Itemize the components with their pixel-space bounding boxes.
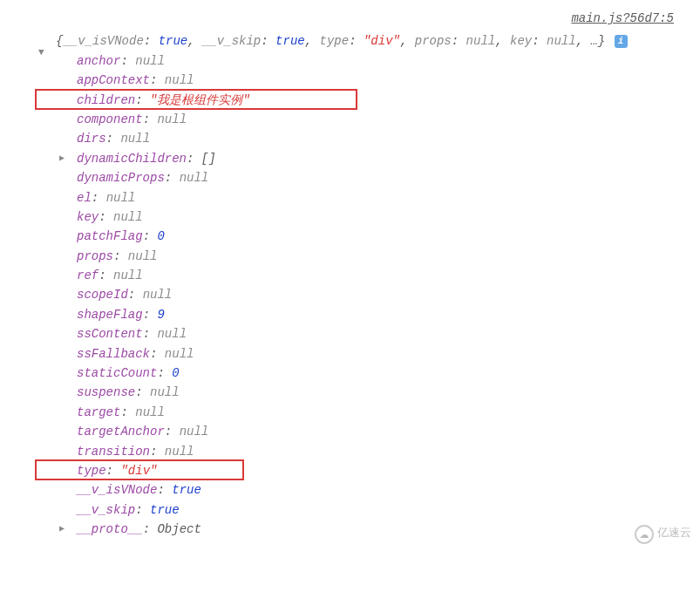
property-key: ref xyxy=(77,269,99,282)
property-colon: : xyxy=(120,54,135,68)
property-key: __proto__ xyxy=(77,522,143,536)
property-value: "我是根组件实例" xyxy=(150,93,250,107)
property-value: null xyxy=(165,73,194,87)
property-colon: : xyxy=(106,464,121,478)
property-row-ssFallback: ssFallback: null xyxy=(77,344,700,364)
property-colon: : xyxy=(106,132,121,146)
property-colon: : xyxy=(135,93,150,107)
property-key: anchor xyxy=(77,54,120,68)
property-row-scopeId: scopeId: null xyxy=(77,285,700,304)
property-colon: : xyxy=(99,210,113,224)
property-colon: : xyxy=(99,269,113,282)
console-object-root: ▼ {__v_isVNode: true, __v_skip: true, ty… xyxy=(0,31,700,539)
property-value: 9 xyxy=(157,308,164,322)
property-value: null xyxy=(120,132,150,146)
property-row-dynamicProps: dynamicProps: null xyxy=(77,168,700,187)
property-row-target: target: null xyxy=(77,403,700,422)
source-link[interactable]: main.js?56d7:5 xyxy=(0,9,700,28)
property-value: null xyxy=(165,347,194,361)
property-colon: : xyxy=(120,405,135,419)
property-row-ssContent: ssContent: null xyxy=(77,324,700,343)
watermark: ☁ 亿速云 xyxy=(635,525,691,544)
expand-arrow-down-icon[interactable]: ▼ xyxy=(38,45,44,61)
property-colon: : xyxy=(92,191,106,205)
expand-arrow-right-icon[interactable]: ▶ xyxy=(59,152,65,166)
property-row-key: key: null xyxy=(77,207,700,227)
property-row-children: children: "我是根组件实例" xyxy=(77,91,700,110)
property-value: null xyxy=(143,288,173,302)
property-row-suspense: suspense: null xyxy=(77,383,700,402)
property-row-el: el: null xyxy=(77,188,700,207)
property-row-staticCount: staticCount: 0 xyxy=(77,364,700,383)
property-key: el xyxy=(77,191,92,205)
property-row-shapeFlag: shapeFlag: 9 xyxy=(77,305,700,324)
info-badge-icon[interactable]: i xyxy=(615,35,628,48)
property-value: null xyxy=(135,405,165,419)
property-colon: : xyxy=(135,385,150,399)
property-value: null xyxy=(157,112,187,126)
watermark-icon: ☁ xyxy=(635,525,654,544)
property-value: [] xyxy=(201,152,216,166)
property-value: null xyxy=(135,54,165,68)
property-colon: : xyxy=(187,152,201,166)
property-row-patchFlag: patchFlag: 0 xyxy=(77,227,700,246)
property-colon: : xyxy=(135,503,150,517)
property-row-props: props: null xyxy=(77,247,700,266)
property-row-type: type: "div" xyxy=(77,461,700,480)
property-colon: : xyxy=(143,522,158,536)
property-colon: : xyxy=(143,229,158,243)
property-value: null xyxy=(180,425,209,439)
property-key: key xyxy=(77,210,99,224)
property-key: type xyxy=(77,464,106,478)
property-key: appContext xyxy=(77,73,150,87)
property-value: null xyxy=(113,269,143,282)
property-key: scopeId xyxy=(77,288,128,302)
property-key: transition xyxy=(77,445,150,459)
property-key: component xyxy=(77,112,143,126)
property-value: 0 xyxy=(172,366,179,380)
property-value: null xyxy=(150,385,180,399)
property-key: dirs xyxy=(77,132,106,146)
property-value: true xyxy=(172,483,201,497)
property-key: __v_skip xyxy=(77,503,135,517)
property-row-component: component: null xyxy=(77,110,700,129)
property-value: null xyxy=(113,210,143,224)
property-row-__proto__[interactable]: ▶__proto__: Object xyxy=(77,520,700,539)
property-row-__v_isVNode: __v_isVNode: true xyxy=(77,480,700,500)
property-key: props xyxy=(77,249,113,263)
property-key: targetAnchor xyxy=(77,425,165,439)
property-key: dynamicProps xyxy=(77,171,165,185)
property-key: ssFallback xyxy=(77,347,150,361)
property-row-transition: transition: null xyxy=(77,442,700,461)
property-colon: : xyxy=(143,112,158,126)
property-row-appContext: appContext: null xyxy=(77,71,700,90)
property-colon: : xyxy=(157,366,172,380)
property-key: dynamicChildren xyxy=(77,152,187,166)
property-colon: : xyxy=(165,425,180,439)
property-colon: : xyxy=(150,445,165,459)
property-row-dynamicChildren[interactable]: ▶dynamicChildren: [] xyxy=(77,149,700,168)
property-key: children xyxy=(77,93,135,107)
property-row-dirs: dirs: null xyxy=(77,129,700,148)
property-value: Object xyxy=(157,522,200,536)
property-row-anchor: anchor: null xyxy=(77,51,700,71)
property-colon: : xyxy=(150,73,165,87)
property-value: null xyxy=(165,445,194,459)
expand-arrow-right-icon[interactable]: ▶ xyxy=(59,522,65,536)
property-value: null xyxy=(128,249,158,263)
property-colon: : xyxy=(165,171,180,185)
property-colon: : xyxy=(150,347,165,361)
property-colon: : xyxy=(157,483,172,497)
property-colon: : xyxy=(143,327,158,341)
property-key: staticCount xyxy=(77,366,157,380)
property-key: patchFlag xyxy=(77,229,143,243)
property-value: null xyxy=(157,327,187,341)
watermark-text: 亿速云 xyxy=(657,525,691,543)
property-colon: : xyxy=(143,308,158,322)
property-key: target xyxy=(77,405,120,419)
property-list: anchor: nullappContext: nullchildren: "我… xyxy=(35,51,700,540)
object-summary-row[interactable]: ▼ {__v_isVNode: true, __v_skip: true, ty… xyxy=(35,31,700,51)
property-row-ref: ref: null xyxy=(77,266,700,285)
property-value: null xyxy=(180,171,209,185)
property-row-__v_skip: __v_skip: true xyxy=(77,500,700,520)
